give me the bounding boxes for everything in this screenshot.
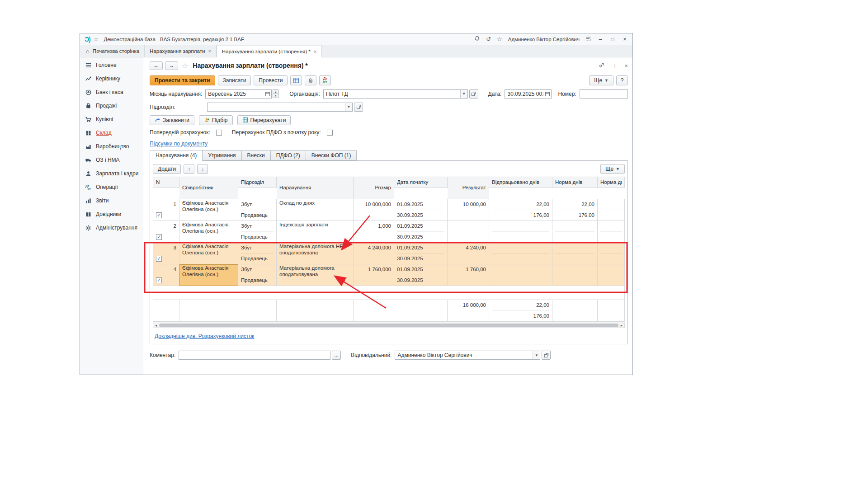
comment-more-button[interactable]: ...: [332, 351, 341, 360]
minimize-button[interactable]: –: [597, 36, 604, 42]
horizontal-scrollbar[interactable]: ◄ ►: [153, 323, 625, 328]
cell-accrual[interactable]: Матеріальна допомога НЕ оподатковувана: [277, 243, 354, 264]
cell-norm2[interactable]: [598, 243, 625, 264]
cell-norm[interactable]: 22,00176,00: [552, 199, 598, 221]
tab-fop-contributions[interactable]: Внески ФОП (1): [306, 150, 357, 160]
cell-worked[interactable]: [489, 243, 552, 264]
tab-payroll-list[interactable]: Нарахування зарплати ×: [145, 45, 217, 57]
table-row[interactable]: 1✓ Єфімова Анастасія Олегівна (осн.) Збу…: [153, 199, 625, 221]
favorites-star-icon[interactable]: ☆: [497, 36, 502, 42]
tab-home[interactable]: ⌂ Початкова сторінка: [81, 45, 145, 57]
dtkt-postings-button[interactable]: ДтКт: [319, 75, 331, 85]
view-settings-icon[interactable]: [585, 36, 591, 42]
cell-worked[interactable]: [489, 221, 552, 243]
add-row-button[interactable]: Додати: [153, 164, 181, 174]
tab-pdfo[interactable]: ПДФО (2): [271, 150, 306, 160]
move-down-button[interactable]: ↓: [197, 164, 208, 174]
sidebar-item-kupivli[interactable]: Купівлі: [80, 113, 143, 126]
cell-dates[interactable]: 01.09.202530.09.2025: [394, 264, 448, 286]
preliminary-calc-checkbox[interactable]: [216, 130, 222, 136]
payslip-details-link[interactable]: Докладніше див. Розрахунковий листок: [155, 333, 254, 339]
cell-employee-current[interactable]: Єфімова Анастасія Олегівна (осн.): [179, 264, 238, 286]
tab-accruals[interactable]: Нарахування (4): [150, 150, 203, 161]
tab-deductions[interactable]: Утримання: [203, 150, 241, 160]
cell-employee[interactable]: Єфімова Анастасія Олегівна (осн.): [179, 221, 238, 243]
document-summary-link[interactable]: Підсумки по документу: [150, 141, 208, 147]
calendar-icon[interactable]: [544, 90, 551, 98]
close-tab-icon[interactable]: ×: [208, 48, 211, 54]
sidebar-item-zarplata-kadry[interactable]: Зарплата і кадри: [80, 167, 143, 180]
cell-employee[interactable]: Єфімова Анастасія Олегівна (осн.): [179, 199, 238, 221]
cell-norm2[interactable]: [598, 199, 625, 221]
comment-input[interactable]: [179, 351, 330, 360]
sidebar-item-oz-nma[interactable]: ОЗ і НМА: [80, 153, 143, 167]
date-input[interactable]: 30.09.2025 00:0: [505, 89, 552, 99]
sidebar-item-operatsii[interactable]: ДтКт Операції: [80, 180, 143, 194]
table-row-highlighted[interactable]: 3✓ Єфімова Анастасія Олегівна (осн.) Збу…: [153, 243, 625, 264]
cell-result[interactable]: 4 240,00: [448, 243, 489, 264]
sidebar-item-zvity[interactable]: Звіти: [80, 194, 143, 207]
cell-size[interactable]: 1,000: [354, 221, 394, 243]
cell-dates[interactable]: 01.09.202530.09.2025: [394, 199, 448, 221]
notifications-bell-icon[interactable]: [474, 36, 480, 42]
sidebar-item-administruvannia[interactable]: Адміністрування: [80, 221, 143, 235]
cell-department[interactable]: ЗбутПродавець: [238, 243, 277, 264]
cell-norm2[interactable]: [598, 264, 625, 286]
cell-department[interactable]: ЗбутПродавець: [238, 264, 277, 286]
calendar-icon[interactable]: [264, 90, 271, 98]
close-tab-icon[interactable]: ×: [314, 49, 316, 54]
department-combobox[interactable]: ▼: [207, 103, 353, 112]
move-up-button[interactable]: ↑: [184, 164, 194, 174]
tab-payroll-new[interactable]: Нарахування зарплати (створення) * ×: [217, 46, 322, 57]
sidebar-item-sklad[interactable]: Склад: [80, 126, 143, 140]
forward-button[interactable]: →: [165, 61, 178, 70]
help-button[interactable]: ?: [616, 75, 628, 85]
cell-size[interactable]: 10 000,000: [354, 199, 394, 221]
pick-button[interactable]: Підбір: [199, 115, 233, 125]
cell-result[interactable]: [448, 221, 489, 243]
post-and-close-button[interactable]: Провести та закрити: [150, 75, 215, 85]
row-checkbox[interactable]: ✓: [156, 256, 162, 262]
close-document-icon[interactable]: ×: [624, 63, 628, 69]
cell-department[interactable]: ЗбутПродавець: [238, 199, 277, 221]
maximize-button[interactable]: □: [609, 36, 616, 42]
main-menu-icon[interactable]: ≡: [94, 36, 98, 42]
cell-accrual[interactable]: Оклад по днях: [277, 199, 354, 221]
more-button[interactable]: Ще▼: [589, 75, 613, 85]
cell-worked[interactable]: 22,00176,00: [489, 199, 552, 221]
month-input[interactable]: Вересень 2025: [205, 89, 272, 99]
cell-worked[interactable]: [489, 264, 552, 286]
sidebar-item-kerivnyku[interactable]: Керівнику: [80, 72, 143, 85]
responsible-combobox[interactable]: Админенко Віктор Сергійович ▼: [395, 351, 540, 360]
attachments-button[interactable]: [305, 75, 316, 85]
department-open-button[interactable]: [354, 103, 363, 112]
cell-size[interactable]: 1 760,000: [354, 264, 394, 286]
dropdown-arrow-icon[interactable]: ▼: [345, 103, 352, 111]
table-row-highlighted[interactable]: 4✓ Єфімова Анастасія Олегівна (осн.) Збу…: [153, 264, 625, 286]
sidebar-item-golovne[interactable]: Головне: [80, 58, 143, 72]
cell-norm[interactable]: [552, 221, 598, 243]
table-row[interactable]: 2✓ Єфімова Анастасія Олегівна (осн.) Збу…: [153, 221, 625, 243]
cell-norm2[interactable]: [598, 221, 625, 243]
row-checkbox[interactable]: ✓: [156, 277, 162, 283]
current-user[interactable]: Админенко Віктор Сергійович: [508, 37, 580, 42]
cell-department[interactable]: ЗбутПродавець: [238, 221, 277, 243]
sidebar-item-prodazhi[interactable]: Продажі: [80, 99, 143, 113]
sidebar-item-dovidnyky[interactable]: Довідники: [80, 207, 143, 221]
row-checkbox[interactable]: ✓: [156, 212, 162, 218]
cell-accrual[interactable]: Матеріальна допомога оподатковувана: [277, 264, 354, 286]
org-open-button[interactable]: [469, 89, 478, 99]
cell-result[interactable]: 1 760,00: [448, 264, 489, 286]
number-input[interactable]: [580, 89, 628, 99]
cell-norm[interactable]: [552, 243, 598, 264]
grid-more-button[interactable]: Ще▼: [600, 164, 625, 174]
scrollbar-thumb[interactable]: [159, 324, 618, 327]
history-icon[interactable]: ↺: [486, 36, 491, 42]
scroll-left-icon[interactable]: ◄: [153, 324, 159, 327]
back-button[interactable]: ←: [150, 61, 163, 70]
dropdown-arrow-icon[interactable]: ▼: [460, 90, 467, 98]
fill-button[interactable]: Заповнити: [150, 115, 194, 125]
tab-contributions[interactable]: Внески: [242, 150, 271, 160]
cell-result[interactable]: 10 000,00: [448, 199, 489, 221]
responsible-open-button[interactable]: [542, 351, 551, 360]
